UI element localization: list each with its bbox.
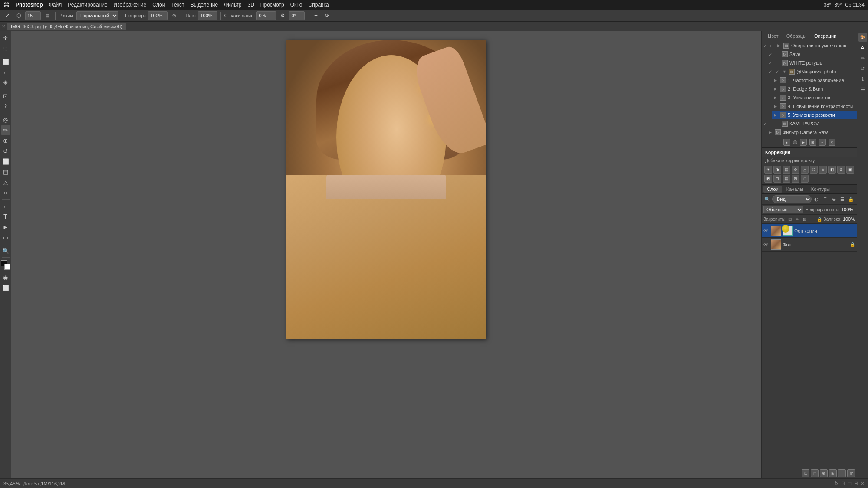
layer-row-fon[interactable]: 👁 Фон 🔒 xyxy=(762,238,857,252)
history-brush-tool[interactable]: ↺ xyxy=(1,146,10,156)
layers-filter-btn1[interactable]: ◐ xyxy=(812,195,820,203)
layers-filter-lock[interactable]: 🔒 xyxy=(847,195,855,203)
screen-mode-btn[interactable]: ⬜ xyxy=(1,283,10,292)
crop-tool[interactable]: ⊡ xyxy=(1,91,10,101)
opacity-input[interactable] xyxy=(148,11,168,20)
tab-layers[interactable]: Слои xyxy=(763,186,782,193)
corr-curves[interactable]: ◑ xyxy=(773,166,781,174)
lock-full-btn[interactable]: 🔒 xyxy=(816,216,822,223)
brush-size-input[interactable] xyxy=(25,11,41,20)
lasso-tool[interactable]: ⌐ xyxy=(1,67,10,77)
menu-view[interactable]: Просмотр xyxy=(260,2,284,8)
action-row-default[interactable]: ✓ □ ▶ ▤ Операции по умолчанию xyxy=(762,41,857,50)
background-color[interactable] xyxy=(4,264,10,270)
corr-levels[interactable]: ▤ xyxy=(783,166,790,174)
ops-new-set-btn[interactable]: ⊞ xyxy=(809,139,816,146)
ops-record-btn[interactable] xyxy=(793,140,797,144)
corr-vibrance[interactable]: △ xyxy=(801,166,809,174)
color-swatches[interactable] xyxy=(1,260,10,270)
quick-mask-btn[interactable]: ◉ xyxy=(1,272,10,282)
layers-filter-btn4[interactable]: ☰ xyxy=(838,195,846,203)
opacity-value[interactable]: 100% xyxy=(841,207,855,212)
corr-threshold[interactable]: ⊡ xyxy=(773,175,781,183)
corr-photo-filter[interactable]: ⊕ xyxy=(837,166,845,174)
action-row-sharp[interactable]: ▶ ▷ 5. Усиление резкости xyxy=(772,111,857,119)
spot-heal-tool[interactable]: ◎ xyxy=(1,115,10,124)
layer-delete-btn[interactable]: 🗑 xyxy=(847,469,855,477)
ops-stop-btn[interactable]: ■ xyxy=(783,139,790,146)
corr-brightness[interactable]: ☀ xyxy=(764,166,772,174)
ops-play-btn[interactable]: ▶ xyxy=(800,139,807,146)
action-row-camera[interactable]: ✓ ▤ КАМЕРАPOV xyxy=(762,119,857,128)
transform-btn[interactable]: ⟳ xyxy=(322,11,332,20)
ri-history-btn[interactable]: ↺ xyxy=(858,64,867,73)
ri-color-btn[interactable]: 🎨 xyxy=(858,33,867,42)
layers-filter-btn3[interactable]: ⊕ xyxy=(830,195,838,203)
magic-wand-tool[interactable]: ✳ xyxy=(1,78,10,87)
action-row-lights[interactable]: ▶ ▷ 3. Усиление светов xyxy=(772,93,857,102)
corr-exposure[interactable]: ⊙ xyxy=(792,166,799,174)
brush-size-adjust[interactable]: ▤ xyxy=(43,11,52,20)
layer-vis-2[interactable]: 👁 xyxy=(763,242,769,248)
blur-tool[interactable]: △ xyxy=(1,177,10,187)
layer-fx-btn[interactable]: fx xyxy=(802,469,809,477)
menu-select[interactable]: Выделение xyxy=(191,2,218,8)
brush-tool[interactable]: ✏ xyxy=(1,125,10,135)
type-tool[interactable]: T xyxy=(1,212,10,221)
menu-image[interactable]: Изображение xyxy=(114,2,147,8)
action-row-save[interactable]: ✓ ▷ Save xyxy=(767,50,857,59)
layer-blend-select[interactable]: Обычные xyxy=(763,206,803,213)
menu-text[interactable]: Текст xyxy=(171,2,184,8)
expand-6[interactable]: ▶ xyxy=(774,87,778,91)
artboard-tool[interactable]: ⬚ xyxy=(1,43,10,53)
status-layer-btn[interactable]: ⊡ xyxy=(841,481,845,486)
corr-gradient-map[interactable]: ▤ xyxy=(783,175,790,183)
lock-pixels-btn[interactable]: ⊡ xyxy=(787,216,793,223)
apple-menu[interactable]: ⌘ xyxy=(3,1,10,8)
gradient-tool[interactable]: ▤ xyxy=(1,167,10,177)
expand-4[interactable]: ▼ xyxy=(783,69,787,74)
brush-preset-btn[interactable]: ⬡ xyxy=(14,11,23,20)
status-mask-btn[interactable]: ◻ xyxy=(848,481,852,486)
filter-type-select[interactable]: Вид xyxy=(772,195,812,203)
eraser-tool[interactable]: ⬜ xyxy=(1,157,10,166)
zoom-tool[interactable]: 🔍 xyxy=(1,246,10,255)
lock-move-btn[interactable]: ✏ xyxy=(794,216,800,223)
expand-9[interactable]: ▶ xyxy=(774,113,778,117)
corr-hsl[interactable]: ⬡ xyxy=(810,166,818,174)
layer-vis-1[interactable]: 👁 xyxy=(763,228,769,234)
layer-row-fon-kopiya[interactable]: 👁 Фон копия xyxy=(762,224,857,238)
expand-1[interactable]: ▶ xyxy=(777,43,782,48)
menu-help[interactable]: Справка xyxy=(309,2,329,8)
layers-filter-btn2[interactable]: T xyxy=(821,195,829,203)
menu-filter[interactable]: Фильтр xyxy=(224,2,241,8)
expand-11[interactable]: ▶ xyxy=(769,130,773,134)
action-row-camera-raw[interactable]: ▶ ▷ Фильтр Camera Raw xyxy=(767,128,857,137)
action-row-freq[interactable]: ▶ ▷ 1. Частотное разложение xyxy=(772,76,857,85)
smoothing-input[interactable] xyxy=(256,11,276,20)
menu-edit[interactable]: Редактирование xyxy=(68,2,107,8)
ops-new-action-btn[interactable]: + xyxy=(819,139,826,146)
clone-tool[interactable]: ⊕ xyxy=(1,136,10,145)
layer-mask-btn[interactable]: ◻ xyxy=(811,469,819,477)
pressure-input[interactable] xyxy=(198,11,217,20)
angle-input[interactable] xyxy=(289,11,305,20)
corr-bw[interactable]: ◧ xyxy=(828,166,836,174)
expand-8[interactable]: ▶ xyxy=(774,104,778,108)
tab-color[interactable]: Цвет xyxy=(765,33,781,39)
tab-channels[interactable]: Каналы xyxy=(783,186,807,193)
corr-mixer[interactable]: ▣ xyxy=(846,166,854,174)
status-del-btn[interactable]: ✕ xyxy=(861,481,865,486)
action-row-white[interactable]: ✓ ▷ WHITE ретушь xyxy=(767,59,857,67)
marquee-tool[interactable]: ⬜ xyxy=(1,57,10,66)
tab-close-icon[interactable]: ✕ xyxy=(2,24,5,29)
lock-all-btn[interactable]: + xyxy=(809,216,815,223)
menu-file[interactable]: Файл xyxy=(49,2,62,8)
expand-7[interactable]: ▶ xyxy=(774,95,778,100)
status-new-btn[interactable]: ⊞ xyxy=(854,481,858,486)
tab-paths[interactable]: Контуры xyxy=(808,186,833,193)
layer-new-btn[interactable]: + xyxy=(838,469,846,477)
ri-brush-btn[interactable]: ✏ xyxy=(858,54,867,62)
move-tool[interactable]: ✛ xyxy=(1,33,10,43)
corr-solid-color[interactable]: ◻ xyxy=(801,175,809,183)
